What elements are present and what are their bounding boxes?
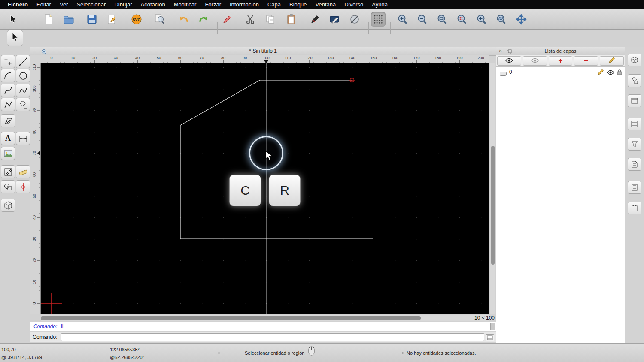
snap-tool-button[interactable]	[16, 180, 30, 193]
print-preview-button[interactable]	[152, 12, 167, 27]
open-file-button[interactable]	[61, 12, 76, 27]
command-options-button[interactable]	[486, 334, 494, 341]
cut-button[interactable]	[243, 12, 258, 27]
menu-item-fichero[interactable]: Fichero	[3, 0, 32, 9]
freehand-tool-button[interactable]	[16, 84, 30, 97]
dimension-tool-button[interactable]	[16, 132, 30, 145]
lock-icon[interactable]	[617, 69, 622, 77]
menu-item-diverso[interactable]: Diverso	[340, 0, 368, 9]
hruler-label: 50	[157, 56, 161, 60]
plus-icon: +	[559, 57, 563, 65]
mouse-hint-text: Seleccionar entidad o región	[245, 350, 304, 356]
save-button[interactable]	[85, 12, 99, 27]
redo-button[interactable]	[196, 12, 211, 27]
menu-item-bloque[interactable]: Bloque	[285, 0, 311, 9]
pen-button[interactable]	[308, 12, 322, 27]
image-tool-button[interactable]	[1, 147, 15, 160]
vruler-label: 90	[32, 108, 36, 112]
menu-item-capa[interactable]: Capa	[263, 0, 285, 9]
dock-list-icon[interactable]	[628, 118, 641, 130]
toolbar-separator	[217, 22, 218, 34]
add-layer-button[interactable]: +	[549, 56, 573, 66]
drawing-canvas[interactable]: CR	[41, 63, 489, 314]
keycast-key-r: R	[269, 175, 301, 206]
vertical-ruler: 1101009080706050403020100	[30, 63, 41, 314]
document-titlebar[interactable]: * Sin título 1	[30, 47, 496, 56]
circle-slash-button[interactable]	[347, 12, 362, 27]
dock-shapes-icon[interactable]	[628, 74, 641, 87]
hruler-label: 200	[477, 56, 484, 60]
svg-export-button[interactable]: SVG	[129, 12, 144, 27]
ellipse-hatch-tool-button[interactable]	[1, 114, 15, 127]
select-button[interactable]	[6, 12, 21, 27]
hruler-label: 130	[327, 56, 334, 60]
horizontal-scrollbar-thumb[interactable]	[41, 316, 421, 320]
dock-clipboard-icon[interactable]	[628, 202, 641, 214]
zoom-redraw-button[interactable]	[455, 12, 469, 27]
selection-pointer-button[interactable]	[7, 30, 23, 46]
zoom-pan-button[interactable]	[514, 12, 529, 27]
layer-panel-header: × Lista de capas	[496, 47, 625, 55]
modify-layer-button[interactable]	[600, 56, 624, 66]
vertical-scrollbar[interactable]	[490, 63, 495, 314]
spline-tool-button[interactable]	[1, 84, 15, 97]
hatch-tool-button[interactable]	[1, 165, 15, 178]
layer-row[interactable]: 0	[496, 67, 625, 77]
horizontal-scrollbar[interactable]	[41, 315, 489, 321]
eye-icon[interactable]	[607, 69, 614, 77]
dock-document-lines-icon[interactable]	[628, 181, 641, 194]
menu-item-editar[interactable]: Editar	[32, 0, 55, 9]
command-input[interactable]	[61, 333, 484, 341]
vertical-scrollbar-thumb[interactable]	[491, 146, 495, 265]
save-as-button[interactable]	[105, 12, 119, 27]
polyline-tool-button[interactable]	[1, 98, 15, 111]
menu-item-dibujar[interactable]: Dibujar	[110, 0, 136, 9]
grid-toggle-button[interactable]	[371, 12, 386, 27]
statusbar: 100,70 @-39.8714,-33.799 122.0656<35° @5…	[0, 343, 644, 362]
copy-button[interactable]	[263, 12, 278, 27]
menu-item-informacion[interactable]: Información	[225, 0, 263, 9]
dock-cube-icon[interactable]	[628, 54, 641, 66]
dock-funnel-icon[interactable]	[628, 138, 641, 151]
circle-tool-button[interactable]	[16, 69, 30, 82]
dock-tag-icon[interactable]	[628, 158, 641, 171]
menu-item-modificar[interactable]: Modificar	[170, 0, 201, 9]
hruler-label: 80	[221, 56, 225, 60]
isometric-tool-button[interactable]	[1, 199, 15, 212]
remove-layer-button[interactable]: −	[574, 56, 598, 66]
text-tool-button[interactable]: A	[1, 132, 15, 145]
line-tool-button[interactable]	[16, 55, 30, 68]
measure-tool-button[interactable]	[16, 165, 30, 178]
show-all-layers-button[interactable]	[497, 56, 521, 66]
mouse-icon	[308, 346, 315, 356]
zoom-previous-button[interactable]	[474, 12, 489, 27]
menu-item-ayuda[interactable]: Ayuda	[368, 0, 392, 9]
menu-item-ventana[interactable]: Ventana	[311, 0, 340, 9]
arc-tool-button[interactable]	[1, 69, 15, 82]
erase-button[interactable]	[220, 12, 234, 27]
pencil-icon[interactable]	[597, 69, 604, 77]
menu-item-ver[interactable]: Ver	[55, 0, 73, 9]
hruler-label: 70	[200, 56, 204, 60]
command-history-scrollbar[interactable]	[490, 323, 495, 330]
zoom-in-button[interactable]	[395, 12, 410, 27]
zoom-auto-button[interactable]	[435, 12, 450, 27]
vruler-label: 80	[32, 130, 36, 134]
hruler-label: 140	[349, 56, 355, 60]
menu-item-acotacion[interactable]: Acotación	[137, 0, 170, 9]
edit-attributes-button[interactable]	[328, 12, 342, 27]
command-history: Comando: li	[30, 322, 496, 331]
paste-button[interactable]	[284, 12, 299, 27]
menu-item-seleccionar[interactable]: Seleccionar	[72, 0, 110, 9]
polygon-tool-button[interactable]	[16, 98, 30, 111]
hide-all-layers-button[interactable]	[523, 56, 547, 66]
zoom-window-button[interactable]	[494, 12, 509, 27]
undo-button[interactable]	[176, 12, 191, 27]
horizontal-ruler: 0102030405060708090100110120130140150160…	[41, 55, 489, 64]
zoom-out-button[interactable]	[415, 12, 430, 27]
menu-item-forzar[interactable]: Forzar	[200, 0, 225, 9]
modify-tool-button[interactable]	[1, 180, 15, 193]
new-file-button[interactable]	[41, 12, 56, 27]
dock-window-icon[interactable]	[628, 94, 641, 107]
points-tool-button[interactable]	[1, 55, 15, 68]
